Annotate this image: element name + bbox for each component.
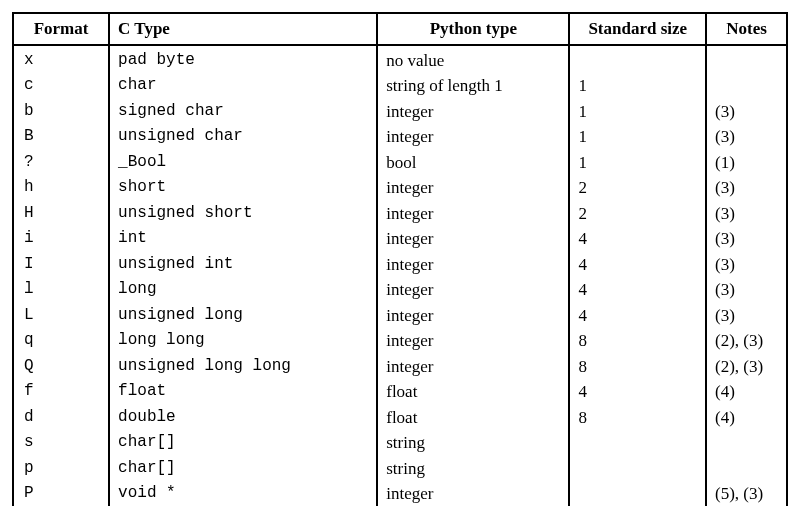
cell-format: x (13, 45, 109, 74)
cell-format: f (13, 379, 109, 405)
cell-ctype: unsigned short (109, 201, 377, 227)
header-ctype: C Type (109, 13, 377, 45)
cell-ptype: string of length 1 (377, 73, 569, 99)
cell-ctype: char[] (109, 430, 377, 456)
cell-notes: (3) (706, 252, 787, 278)
table-row: ddoublefloat8(4) (13, 405, 787, 431)
cell-ptype: string (377, 456, 569, 482)
table-row: llonginteger4(3) (13, 277, 787, 303)
cell-size: 8 (569, 405, 706, 431)
cell-size: 2 (569, 201, 706, 227)
header-size: Standard size (569, 13, 706, 45)
cell-ptype: integer (377, 226, 569, 252)
cell-notes: (4) (706, 379, 787, 405)
cell-notes (706, 430, 787, 456)
cell-ptype: bool (377, 150, 569, 176)
cell-notes: (4) (706, 405, 787, 431)
header-row: Format C Type Python type Standard size … (13, 13, 787, 45)
cell-size: 1 (569, 124, 706, 150)
table-row: ccharstring of length 11 (13, 73, 787, 99)
cell-format: s (13, 430, 109, 456)
cell-notes: (3) (706, 277, 787, 303)
cell-format: Q (13, 354, 109, 380)
header-format: Format (13, 13, 109, 45)
cell-ctype: pad byte (109, 45, 377, 74)
cell-ptype: float (377, 405, 569, 431)
cell-format: d (13, 405, 109, 431)
cell-ptype: no value (377, 45, 569, 74)
table-row: schar[]string (13, 430, 787, 456)
cell-notes: (2), (3) (706, 328, 787, 354)
cell-notes: (5), (3) (706, 481, 787, 506)
cell-format: h (13, 175, 109, 201)
cell-format: c (13, 73, 109, 99)
cell-ptype: integer (377, 328, 569, 354)
cell-ctype: char[] (109, 456, 377, 482)
header-ptype: Python type (377, 13, 569, 45)
cell-ptype: integer (377, 354, 569, 380)
cell-format: H (13, 201, 109, 227)
cell-notes (706, 45, 787, 74)
table-row: Hunsigned shortinteger2(3) (13, 201, 787, 227)
table-row: xpad byteno value (13, 45, 787, 74)
cell-notes: (3) (706, 201, 787, 227)
cell-size: 4 (569, 226, 706, 252)
cell-size: 4 (569, 303, 706, 329)
cell-size: 2 (569, 175, 706, 201)
cell-ctype: short (109, 175, 377, 201)
cell-ptype: integer (377, 175, 569, 201)
cell-ptype: integer (377, 481, 569, 506)
cell-notes: (3) (706, 226, 787, 252)
cell-ptype: integer (377, 303, 569, 329)
cell-format: L (13, 303, 109, 329)
cell-format: p (13, 456, 109, 482)
cell-ptype: integer (377, 252, 569, 278)
cell-notes: (3) (706, 175, 787, 201)
cell-ptype: float (377, 379, 569, 405)
cell-size: 8 (569, 328, 706, 354)
cell-ctype: long (109, 277, 377, 303)
cell-size: 4 (569, 252, 706, 278)
cell-format: I (13, 252, 109, 278)
cell-size (569, 456, 706, 482)
cell-ctype: float (109, 379, 377, 405)
cell-notes: (1) (706, 150, 787, 176)
table-row: ffloatfloat4(4) (13, 379, 787, 405)
cell-ctype: int (109, 226, 377, 252)
table-row: bsigned charinteger1(3) (13, 99, 787, 125)
table-row: pchar[]string (13, 456, 787, 482)
cell-ctype: char (109, 73, 377, 99)
table-row: Pvoid *integer(5), (3) (13, 481, 787, 506)
table-row: qlong longinteger8(2), (3) (13, 328, 787, 354)
header-notes: Notes (706, 13, 787, 45)
cell-ctype: unsigned char (109, 124, 377, 150)
cell-notes: (3) (706, 303, 787, 329)
cell-ptype: integer (377, 99, 569, 125)
cell-size (569, 430, 706, 456)
cell-format: b (13, 99, 109, 125)
table-row: hshortinteger2(3) (13, 175, 787, 201)
cell-ptype: integer (377, 124, 569, 150)
cell-size: 8 (569, 354, 706, 380)
cell-size (569, 481, 706, 506)
cell-ptype: integer (377, 277, 569, 303)
table-row: Iunsigned intinteger4(3) (13, 252, 787, 278)
cell-size (569, 45, 706, 74)
cell-size: 4 (569, 379, 706, 405)
cell-ctype: unsigned long long (109, 354, 377, 380)
cell-size: 1 (569, 73, 706, 99)
cell-ptype: string (377, 430, 569, 456)
cell-ptype: integer (377, 201, 569, 227)
cell-ctype: signed char (109, 99, 377, 125)
cell-ctype: _Bool (109, 150, 377, 176)
cell-format: ? (13, 150, 109, 176)
cell-size: 4 (569, 277, 706, 303)
cell-notes: (3) (706, 124, 787, 150)
cell-format: i (13, 226, 109, 252)
table-body: xpad byteno valueccharstring of length 1… (13, 45, 787, 507)
table-row: ?_Boolbool1(1) (13, 150, 787, 176)
cell-size: 1 (569, 150, 706, 176)
cell-format: P (13, 481, 109, 506)
cell-notes: (2), (3) (706, 354, 787, 380)
cell-ctype: void * (109, 481, 377, 506)
